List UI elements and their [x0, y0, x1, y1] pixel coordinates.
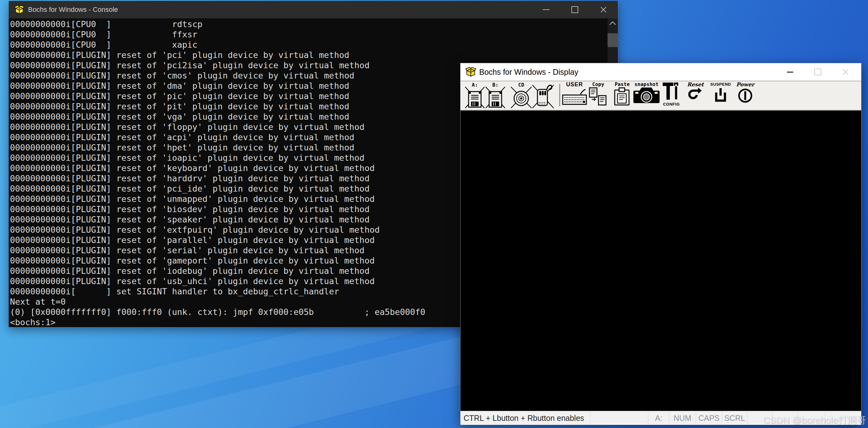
statusbar-message: CTRL + Lbutton + Rbutton enables	[461, 411, 590, 425]
toolbar-floppy-a-button[interactable]: A:	[465, 82, 485, 109]
user-keyboard-icon	[562, 87, 587, 106]
statusbar-scrl-indicator: SCRL	[722, 411, 747, 425]
toolbar-reset-button[interactable]: Reset	[687, 82, 704, 104]
bochs-logo-icon	[14, 5, 24, 14]
config-label: CONFIG	[662, 102, 680, 107]
console-close-button[interactable]	[589, 1, 618, 19]
snapshot-camera-icon	[633, 87, 660, 105]
minimize-icon	[543, 9, 550, 10]
reset-arrow-icon	[687, 87, 704, 104]
mouse-disabled-icon	[532, 82, 554, 109]
bochs-logo-icon	[465, 67, 476, 77]
display-titlebar[interactable]: Bochs for Windows - Display	[461, 63, 861, 81]
floppy-a-label: A:	[472, 83, 477, 88]
toolbar-config-button[interactable]: CONFIG	[662, 82, 680, 107]
toolbar-power-button[interactable]: Power	[736, 82, 754, 104]
power-label: Power	[736, 82, 754, 87]
console-maximize-button[interactable]	[560, 1, 589, 19]
toolbar-copy-button[interactable]: Copy	[589, 82, 608, 106]
paste-icon	[613, 87, 631, 106]
scrollbar-thumb[interactable]	[608, 33, 618, 47]
toolbar-snapshot-button[interactable]: snapshot	[633, 82, 660, 105]
user-label: USER	[562, 82, 587, 87]
display-minimize-button[interactable]	[776, 63, 804, 81]
statusbar-floppy-a-indicator: A:	[648, 411, 669, 425]
maximize-icon	[571, 6, 578, 13]
toolbar-paste-button[interactable]: Paste	[613, 82, 631, 106]
suspend-power-icon	[714, 87, 727, 104]
display-window: Bochs for Windows - Display	[460, 63, 862, 424]
paste-label: Paste	[613, 82, 631, 87]
desktop: Bochs for Windows - Console 00000000000i…	[0, 0, 868, 428]
cdrom-label: CD	[518, 83, 524, 88]
toolbar-user-button[interactable]: USER	[562, 82, 587, 106]
toolbar-separator	[559, 84, 560, 106]
suspend-label: SUSPEND	[710, 82, 731, 87]
toolbar-floppy-b-button[interactable]: B:	[485, 82, 506, 109]
console-minimize-button[interactable]	[532, 1, 560, 19]
statusbar-caps-indicator: CAPS	[696, 411, 722, 425]
console-titlebar[interactable]: Bochs for Windows - Console	[9, 1, 618, 19]
toolbar-mouse-capture-button[interactable]	[532, 82, 554, 109]
statusbar-empty-segment	[590, 411, 648, 425]
maximize-icon	[814, 68, 821, 75]
display-window-title: Bochs for Windows - Display	[479, 68, 578, 77]
snapshot-label: snapshot	[633, 82, 660, 87]
floppy-b-label: B:	[492, 83, 498, 88]
toolbar-cdrom-button[interactable]: CD	[510, 82, 532, 109]
display-toolbar: A: B	[461, 81, 861, 111]
display-maximize-button[interactable]	[804, 63, 832, 81]
toolbar-suspend-button[interactable]: SUSPEND	[710, 82, 731, 104]
display-close-button[interactable]	[832, 63, 859, 81]
close-icon	[842, 68, 849, 76]
copy-label: Copy	[589, 82, 608, 87]
close-icon	[600, 6, 607, 13]
guest-display-screen[interactable]	[461, 111, 861, 411]
reset-label: Reset	[687, 82, 704, 87]
statusbar-num-indicator: NUM	[669, 411, 696, 425]
csdn-watermark: CSDN @borehole打洞哥	[763, 414, 866, 427]
scroll-up-icon[interactable]	[610, 21, 616, 28]
minimize-icon	[787, 72, 793, 72]
config-tools-icon	[662, 82, 680, 102]
copy-icon	[589, 87, 608, 106]
power-icon	[737, 87, 753, 104]
console-window-title: Bochs for Windows - Console	[28, 6, 118, 14]
